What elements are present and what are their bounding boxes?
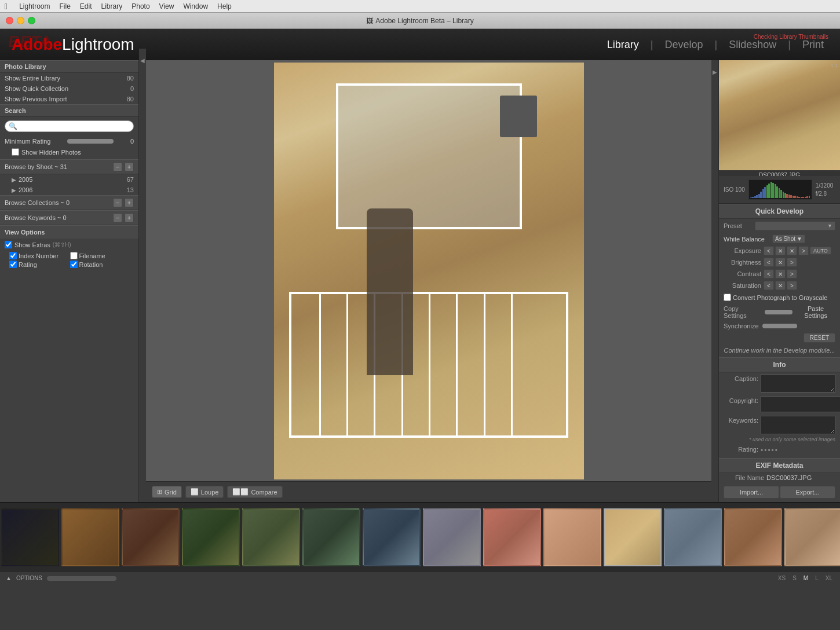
brightness-down-small[interactable]: < [764,258,774,267]
filmstrip-thumb-3[interactable] [122,508,180,566]
menu-edit[interactable]: Edit [80,2,92,10]
nav-library[interactable]: Library [602,36,644,53]
filmstrip-thumb-7[interactable] [363,508,421,566]
contrast-down-small[interactable]: < [764,269,774,279]
filmstrip-thumb-6[interactable] [302,508,360,566]
show-entire-library-row[interactable]: Show Entire Library 80 [0,73,138,83]
size-l[interactable]: L [813,574,820,582]
rotation-checkbox[interactable] [70,261,78,268]
filmstrip-thumb-1[interactable] [1,508,59,566]
show-quick-collection-row[interactable]: Show Quick Collection 0 [0,83,138,94]
menu-library[interactable]: Library [101,2,123,10]
menu-help[interactable]: Help [217,2,232,10]
exposure-down-large[interactable]: ✕ [775,246,786,255]
exposure-up-large[interactable]: ✕ [787,246,797,255]
import-button[interactable]: Import... [724,486,779,499]
browse-shoot-plus[interactable]: + [125,162,134,171]
saturation-label: Saturation [724,282,761,289]
filmstrip-thumb-10[interactable] [543,508,601,566]
menu-view[interactable]: View [159,2,174,10]
browse-keywords-minus[interactable]: − [113,213,122,222]
filmstrip-thumb-14[interactable] [784,508,840,566]
browse-shoot-minus[interactable]: − [113,162,122,171]
contrast-up-small[interactable]: > [787,269,797,279]
show-hidden-photos-label[interactable]: Show Hidden Photos [12,148,127,156]
saturation-up-small[interactable]: > [787,281,797,290]
reset-button[interactable]: RESET [804,333,835,343]
contrast-down-large[interactable]: ✕ [775,269,786,279]
show-previous-import-row[interactable]: Show Previous Import 80 [0,94,138,104]
star-3[interactable]: • [768,446,770,455]
show-extras-label[interactable]: Show Extras [5,241,50,248]
copy-slider[interactable] [765,310,792,314]
left-panel-collapse[interactable]: ◀ [139,49,146,72]
rating-slider[interactable] [67,139,114,144]
filmstrip-thumb-11[interactable] [604,508,662,566]
options-button[interactable]: OPTIONS [16,575,42,581]
exposure-auto[interactable]: AUTO [810,247,831,255]
filmstrip-thumb-13[interactable] [724,508,782,566]
search-input[interactable] [20,123,130,130]
size-xs[interactable]: XS [776,574,787,582]
right-panel-collapse[interactable]: ▶ [711,60,718,83]
menu-file[interactable]: File [60,2,71,10]
brightness-down-large[interactable]: ✕ [775,258,786,267]
star-4[interactable]: • [772,446,774,455]
filmstrip-thumb-5[interactable] [242,508,300,566]
browse-collections-plus[interactable]: + [125,198,134,207]
browse-keywords-plus[interactable]: + [125,213,134,222]
rating-checkbox[interactable] [9,261,17,268]
export-button[interactable]: Export... [780,486,835,499]
loupe-view-button[interactable]: ⬜ Loupe [185,486,224,498]
contrast-label: Contrast [724,270,761,277]
star-5[interactable]: • [775,446,777,455]
size-m[interactable]: M [802,574,810,582]
star-2[interactable]: • [764,446,766,455]
paste-settings-button[interactable]: Paste Settings [796,305,835,319]
main-photo[interactable] [274,63,584,479]
filmstrip-thumb-8[interactable] [423,508,481,566]
browse-collections-header[interactable]: Browse Collections ~ 0 − + [0,195,138,210]
size-s[interactable]: S [791,574,798,582]
compare-view-button[interactable]: ⬜⬜ Compare [227,486,282,498]
minimize-button[interactable] [17,17,24,24]
maximize-button[interactable] [28,17,35,24]
saturation-down-large[interactable]: ✕ [775,281,786,290]
filmstrip-scrollbar[interactable] [47,576,116,581]
browse-keywords-header[interactable]: Browse Keywords ~ 0 − + [0,210,138,225]
filmstrip-thumb-4[interactable] [182,508,240,566]
filmstrip-thumb-2[interactable] [61,508,119,566]
exposure-up-small[interactable]: > [798,246,809,255]
grayscale-label[interactable]: Convert Photograph to Grayscale [724,294,827,301]
browse-collections-minus[interactable]: − [113,198,122,207]
saturation-down-small[interactable]: < [764,281,774,290]
copyright-input[interactable] [761,396,840,412]
continue-develop-link[interactable]: Continue work in the Develop module... [724,347,835,354]
grid-view-button[interactable]: ⊞ Grid [152,486,182,498]
close-button[interactable] [6,17,13,24]
sync-slider[interactable] [762,324,797,328]
white-balance-dropdown[interactable]: As Shot ▼ [772,235,805,243]
filename-checkbox[interactable] [70,252,78,259]
show-hidden-photos-checkbox[interactable] [12,148,19,156]
menu-photo[interactable]: Photo [132,2,149,10]
filmstrip-thumb-9[interactable] [483,508,541,566]
index-number-checkbox[interactable] [9,252,17,259]
year-2006-item[interactable]: ▶2006 13 [0,185,138,195]
year-2005-item[interactable]: ▶2005 67 [0,174,138,185]
caption-input[interactable] [761,374,835,393]
preset-select[interactable]: ▼ [755,221,835,230]
star-1[interactable]: • [761,446,763,455]
grayscale-checkbox[interactable] [724,294,731,301]
nav-develop[interactable]: Develop [660,36,708,53]
brightness-up-small[interactable]: > [787,258,797,267]
show-extras-checkbox[interactable] [5,241,12,248]
size-xl[interactable]: XL [824,574,834,582]
apple-menu[interactable]:  [5,2,8,11]
keywords-input[interactable] [761,416,835,434]
menu-window[interactable]: Window [183,2,208,10]
menu-lightroom[interactable]: Lightroom [19,2,50,10]
filmstrip-thumb-12[interactable] [664,508,722,566]
exposure-down-small[interactable]: < [764,246,774,255]
browse-shoot-header[interactable]: Browse by Shoot ~ 31 − + [0,159,138,174]
